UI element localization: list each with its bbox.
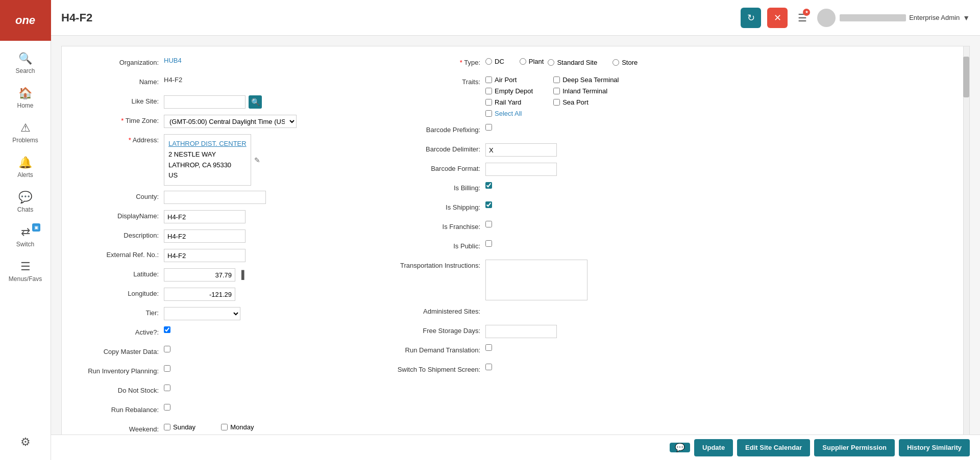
- refresh-button[interactable]: ↻: [741, 8, 761, 28]
- time-zone-row: Time Zone: (GMT-05:00) Central Daylight …: [77, 115, 332, 129]
- settings-icon: ⚙: [20, 436, 31, 449]
- sidebar-item-alerts[interactable]: 🔔 Alerts: [0, 150, 51, 185]
- rail-yard-checkbox[interactable]: [485, 99, 492, 106]
- air-port-row: Air Port: [485, 76, 533, 84]
- is-shipping-row: Is Shipping:: [373, 201, 954, 216]
- barcode-prefixing-checkbox[interactable]: [485, 124, 492, 131]
- tier-value-area: [164, 307, 332, 320]
- like-site-search-button[interactable]: 🔍: [249, 95, 262, 109]
- copy-master-row: Copy Master Data:: [77, 346, 332, 360]
- copy-master-checkbox[interactable]: [164, 346, 170, 352]
- sea-port-row: Sea Port: [553, 98, 619, 106]
- type-dc-radio[interactable]: [485, 58, 492, 65]
- scroll-thumb[interactable]: [963, 57, 969, 97]
- sidebar-item-search[interactable]: 🔍 Search: [0, 46, 51, 81]
- run-rebalance-checkbox[interactable]: [164, 404, 170, 411]
- sidebar-item-menus[interactable]: ☰ Menus/Favs: [0, 254, 51, 289]
- sea-port-checkbox[interactable]: [553, 99, 560, 106]
- do-not-stock-checkbox[interactable]: [164, 385, 170, 391]
- sidebar-item-settings[interactable]: ⚙: [0, 429, 51, 455]
- sunday-checkbox[interactable]: [164, 424, 170, 430]
- free-storage-input[interactable]: [485, 325, 557, 338]
- description-input[interactable]: [164, 229, 246, 243]
- sidebar-item-switch[interactable]: ⇄ Switch: [0, 219, 51, 254]
- traits-label: Traits:: [373, 76, 485, 86]
- latitude-bar-icon[interactable]: ▐: [238, 270, 244, 279]
- update-button[interactable]: Update: [694, 439, 733, 456]
- sidebar-item-home[interactable]: 🏠 Home: [0, 81, 51, 115]
- sidebar-bottom: ⚙: [0, 429, 51, 460]
- monday-checkbox[interactable]: [221, 424, 228, 430]
- display-name-input[interactable]: [164, 210, 246, 223]
- type-store-label: Store: [622, 59, 638, 66]
- latitude-input[interactable]: [164, 268, 235, 282]
- type-standard-radio[interactable]: [548, 59, 554, 66]
- sea-port-label: Sea Port: [562, 98, 589, 106]
- ext-ref-input[interactable]: [164, 249, 246, 262]
- traits-select-all-label[interactable]: Select All: [495, 110, 522, 117]
- transport-textarea[interactable]: [485, 260, 587, 300]
- scrollbar[interactable]: [963, 46, 969, 435]
- history-similarity-button[interactable]: History Similarity: [899, 439, 970, 456]
- air-port-checkbox[interactable]: [485, 76, 492, 83]
- user-name-blurred: [840, 14, 906, 21]
- sidebar-item-chats[interactable]: 💬 Chats: [0, 185, 51, 219]
- active-row: Active?:: [77, 326, 332, 341]
- address-line1[interactable]: LATHROP DIST. CENTER: [168, 140, 247, 147]
- sidebar-item-problems[interactable]: ⚠ Problems: [0, 115, 51, 150]
- traits-select-all-checkbox[interactable]: [485, 110, 492, 117]
- longitude-input[interactable]: [164, 288, 235, 301]
- organization-label: Organization:: [77, 57, 164, 66]
- type-store-radio[interactable]: [612, 59, 619, 66]
- user-info-area: Enterprise Admin ▼: [817, 9, 970, 27]
- edit-site-calendar-button[interactable]: Edit Site Calendar: [737, 439, 810, 456]
- organization-value[interactable]: HUB4: [164, 57, 182, 64]
- barcode-prefixing-value-area: [485, 124, 954, 131]
- user-dropdown-arrow[interactable]: ▼: [963, 14, 970, 22]
- is-shipping-checkbox[interactable]: [485, 201, 492, 208]
- county-input[interactable]: [164, 191, 266, 204]
- is-billing-checkbox[interactable]: [485, 182, 492, 189]
- like-site-input[interactable]: [164, 95, 246, 109]
- is-public-label: Is Public:: [373, 240, 485, 250]
- menu-icon: ☰: [20, 260, 31, 273]
- close-button[interactable]: ✕: [767, 8, 788, 28]
- is-public-checkbox[interactable]: [485, 240, 492, 247]
- display-name-row: DisplayName:: [77, 210, 332, 224]
- monday-label: Monday: [230, 423, 254, 431]
- inland-terminal-checkbox[interactable]: [553, 88, 560, 94]
- supplier-permission-button[interactable]: Supplier Permission: [814, 439, 895, 456]
- sidebar-label-search: Search: [15, 67, 35, 74]
- type-row: Type: DC Plant: [373, 57, 954, 71]
- address-edit-icon[interactable]: ✎: [254, 156, 260, 164]
- county-row: County:: [77, 191, 332, 205]
- active-checkbox[interactable]: [164, 326, 170, 333]
- description-value-area: [164, 229, 332, 243]
- deep-sea-checkbox[interactable]: [553, 76, 560, 83]
- chat-button[interactable]: 💬: [670, 443, 690, 452]
- header: H4-F2 ↻ ✕ ☰ ★ Enterprise Admin ▼: [51, 0, 980, 36]
- menu-button[interactable]: ☰ ★: [794, 10, 811, 26]
- tier-select[interactable]: [164, 307, 240, 320]
- run-demand-checkbox[interactable]: [485, 344, 492, 351]
- traits-row: Traits: Air Port: [373, 76, 954, 119]
- copy-master-label: Copy Master Data:: [77, 346, 164, 355]
- is-franchise-checkbox[interactable]: [485, 221, 492, 227]
- bell-icon: 🔔: [18, 156, 32, 169]
- is-billing-value-area: [485, 182, 954, 189]
- barcode-format-input[interactable]: [485, 163, 557, 176]
- type-plant-label: Plant: [529, 58, 544, 65]
- weekend-row: Weekend: Sunday: [77, 423, 332, 435]
- ext-ref-row: External Ref. No.:: [77, 249, 332, 263]
- type-plant-radio[interactable]: [520, 58, 526, 65]
- bottom-bar: 💬 Update Edit Site Calendar Supplier Per…: [51, 435, 980, 460]
- time-zone-select[interactable]: (GMT-05:00) Central Daylight Time (US/Ce…: [164, 115, 297, 128]
- barcode-delimiter-input[interactable]: [485, 143, 557, 157]
- run-inventory-label: Run Inventory Planning:: [77, 365, 164, 375]
- display-name-value-area: [164, 210, 332, 223]
- switch-shipment-checkbox[interactable]: [485, 364, 492, 370]
- run-inventory-checkbox[interactable]: [164, 365, 170, 372]
- address-line3: LATHROP, CA 95330: [168, 161, 231, 169]
- empty-depot-checkbox[interactable]: [485, 88, 492, 94]
- air-port-label: Air Port: [495, 76, 517, 84]
